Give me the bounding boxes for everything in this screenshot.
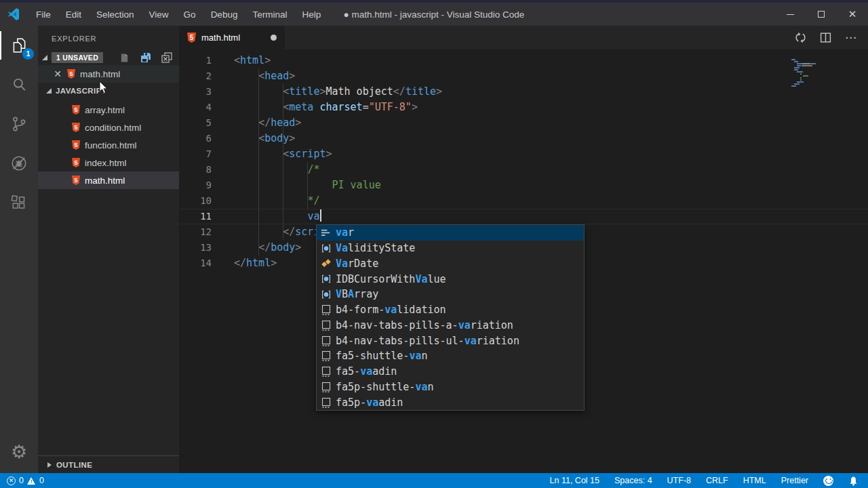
status-encoding[interactable]: UTF-8 (667, 476, 691, 485)
suggest-item-ValidityState[interactable]: ValidityState (317, 241, 584, 256)
suggest-item-b4-form-validation[interactable]: b4-form-validation (317, 302, 584, 318)
line-number: 7 (179, 146, 212, 162)
keyword-icon (321, 228, 331, 238)
status-indentation[interactable]: Spaces: 4 (614, 476, 652, 485)
maximize-button[interactable] (806, 3, 837, 26)
suggest-item-fa5-shuttle-van[interactable]: fa5-shuttle-van (317, 348, 584, 364)
file-item-condition.html[interactable]: 5condition.html (38, 119, 179, 136)
status-cursor-position[interactable]: Ln 11, Col 15 (550, 476, 599, 485)
snippet-icon (321, 304, 332, 315)
menu-edit[interactable]: Edit (58, 3, 89, 26)
problems-button[interactable]: ✕ 0 ! 0 (7, 476, 44, 485)
editor-actions: ⋯ (795, 26, 868, 49)
error-icon: ✕ (7, 476, 16, 485)
twistie-collapsed-icon (47, 462, 52, 468)
status-right: Ln 11, Col 15Spaces: 4UTF-8CRLFHTMLPrett… (550, 476, 868, 486)
unsaved-badge: 1 UNSAVED (52, 52, 103, 63)
maximize-icon (818, 11, 825, 18)
suggest-item-b4-nav-tabs-pills-ul-variation[interactable]: b4-nav-tabs-pills-ul-variation (317, 333, 584, 348)
line-content: <head> (234, 68, 295, 84)
suggest-item-var[interactable]: var (317, 225, 584, 241)
line-number: 5 (179, 115, 212, 131)
indent-guide (283, 84, 283, 240)
status-bar: ✕ 0 ! 0 Ln 11, Col 15Spaces: 4UTF-8CRLFH… (0, 473, 868, 488)
suggest-item-b4-nav-tabs-pills-a-variation[interactable]: b4-nav-tabs-pills-a-variation (317, 318, 584, 333)
menu-help[interactable]: Help (294, 3, 328, 26)
suggest-label: fa5p-vaadin (336, 396, 403, 409)
open-editor-item-math.html[interactable]: ✕5math.html (38, 65, 179, 83)
settings-gear-button[interactable]: ⚙ (0, 435, 38, 469)
file-item-index.html[interactable]: 5index.html (38, 154, 179, 171)
file-item-function.html[interactable]: 5function.html (38, 136, 179, 154)
split-editor-icon[interactable] (820, 32, 831, 43)
suggest-item-VarDate[interactable]: VarDate (317, 256, 584, 272)
folder-file-list: 5array.html5condition.html5function.html… (38, 99, 179, 189)
titlebar: FileEditSelectionViewGoDebugTerminalHelp… (0, 0, 868, 26)
close-all-editors-icon[interactable] (161, 52, 172, 64)
code-line-1[interactable]: 1<html> (179, 53, 868, 68)
file-name: condition.html (85, 123, 141, 133)
suggest-item-fa5-vaadin[interactable]: fa5-vaadin (317, 364, 584, 380)
menu-file[interactable]: File (28, 3, 58, 26)
outline-section-header[interactable]: OUTLINE (38, 455, 179, 473)
menu-go[interactable]: Go (176, 3, 203, 26)
close-button[interactable]: ✕ (837, 3, 868, 26)
sync-icon[interactable] (795, 32, 806, 43)
code-line-2[interactable]: 2 <head> (179, 68, 868, 84)
file-item-array.html[interactable]: 5array.html (38, 101, 179, 119)
twistie-expanded-icon (42, 55, 47, 60)
html-file-icon: 5 (67, 69, 75, 79)
menu-debug[interactable]: Debug (203, 3, 245, 26)
indent-guide (258, 68, 259, 256)
status-language-mode[interactable]: HTML (743, 476, 766, 485)
debug-icon (10, 155, 28, 172)
open-editors-header[interactable]: 1 UNSAVED (38, 50, 179, 65)
warning-icon: ! (27, 477, 36, 485)
notifications-bell-icon[interactable] (848, 476, 859, 486)
snippet-icon (321, 350, 332, 361)
close-editor-icon[interactable]: ✕ (53, 68, 62, 79)
html-file-icon: 5 (72, 176, 80, 185)
suggest-item-fa5p-shuttle-van[interactable]: fa5p-shuttle-van (317, 380, 584, 395)
snippet-icon (321, 397, 332, 408)
save-all-icon[interactable] (140, 52, 151, 64)
activity-debug[interactable] (0, 144, 38, 183)
status-formatter[interactable]: Prettier (781, 476, 808, 485)
line-content: </body> (234, 240, 301, 256)
activity-search[interactable] (0, 65, 38, 104)
new-untitled-file-icon[interactable] (119, 52, 130, 64)
snippet-icon (321, 336, 332, 346)
suggest-item-VBArray[interactable]: VBArray (317, 287, 584, 302)
feedback-smiley-icon[interactable] (823, 476, 833, 486)
status-end-of-line[interactable]: CRLF (706, 476, 728, 485)
activity-explorer[interactable]: 1 (0, 26, 38, 65)
tab-math-html[interactable]: 5 math.html (179, 26, 285, 49)
text-cursor (320, 209, 321, 222)
line-content: </head> (234, 115, 301, 131)
activity-bar: 1 ⚙ (0, 26, 38, 473)
error-count: 0 (19, 476, 24, 485)
menu-terminal[interactable]: Terminal (245, 3, 294, 26)
field-icon (321, 258, 332, 268)
html-file-icon: 5 (72, 105, 80, 115)
suggest-label: b4-form-validation (336, 304, 446, 316)
tab-bar: 5 math.html ⋯ (179, 26, 868, 49)
suggest-item-fa5p-vaadin[interactable]: fa5p-vaadin (317, 394, 584, 410)
minimize-icon (787, 14, 794, 15)
suggest-item-IDBCursorWithValue[interactable]: IDBCursorWithValue (317, 271, 584, 287)
activity-source-control[interactable] (0, 104, 38, 144)
suggest-label: fa5-vaadin (336, 365, 397, 378)
file-item-math.html[interactable]: 5math.html (38, 171, 179, 189)
menu-selection[interactable]: Selection (89, 3, 142, 26)
minimize-button[interactable] (774, 3, 806, 26)
line-number: 11 (179, 209, 212, 224)
more-actions-icon[interactable]: ⋯ (845, 30, 857, 45)
tab-label: math.html (201, 33, 240, 43)
menu-view[interactable]: View (142, 3, 176, 26)
window-title: ● math.html - javascript - Visual Studio… (344, 9, 525, 20)
outline-label: OUTLINE (56, 461, 92, 469)
line-content: <html> (234, 53, 271, 68)
suggest-label: ValidityState (336, 242, 415, 254)
minimap[interactable] (791, 53, 824, 81)
activity-extensions[interactable] (0, 183, 38, 222)
